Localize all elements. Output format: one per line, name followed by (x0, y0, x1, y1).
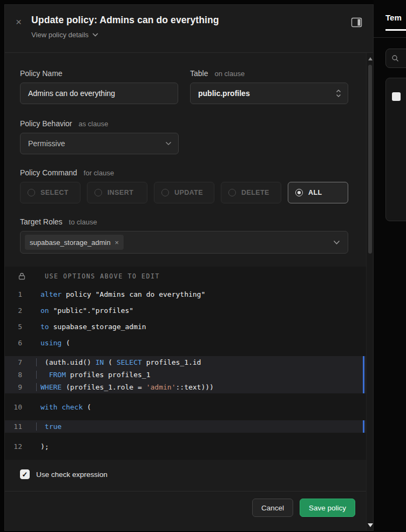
scroll-down-icon[interactable] (368, 523, 373, 527)
radio-icon (161, 189, 169, 196)
behavior-field-group: Policy Behavior as clause Permissive (20, 119, 348, 154)
behavior-select[interactable]: Permissive (20, 133, 179, 154)
scroll-up-icon[interactable] (368, 57, 373, 60)
table-label: Table (190, 69, 208, 78)
command-option-update[interactable]: UPDATE (154, 182, 214, 203)
editor-notice-text: USE OPTIONS ABOVE TO EDIT (31, 272, 160, 280)
radio-icon (28, 189, 35, 196)
table-hint: on clause (214, 70, 245, 78)
save-policy-button[interactable]: Save policy (300, 499, 355, 517)
search-icon (391, 54, 399, 62)
radio-icon (295, 189, 303, 196)
target-roles-select[interactable]: supabase_storage_admin× (20, 231, 348, 254)
editor-notice-row: USE OPTIONS ABOVE TO EDIT (5, 267, 366, 286)
line-number: 9 (5, 383, 26, 391)
use-check-expression-label: Use check expression (36, 470, 107, 479)
command-option-delete[interactable]: DELETE (221, 182, 281, 203)
screen: × Update policy: Admins can do everythin… (0, 0, 406, 532)
remove-role-icon[interactable]: × (115, 238, 119, 247)
code-line-8[interactable]: 8 FROM profiles profiles_1 (5, 369, 366, 381)
code-text: on "public"."profiles" (26, 306, 366, 315)
target-roles-hint: to clause (69, 218, 97, 226)
check-expression-row: ✓ Use check expression (5, 460, 366, 479)
view-policy-details-link[interactable]: View policy details (31, 31, 341, 39)
line-number: 6 (5, 339, 26, 347)
templates-search-input[interactable] (385, 49, 406, 68)
view-policy-details-label: View policy details (31, 31, 89, 39)
role-tag-label: supabase_storage_admin (30, 238, 111, 247)
lock-icon (18, 272, 25, 280)
policy-command-group: SELECTINSERTUPDATEDELETEALL (20, 182, 348, 203)
side-panel-toggle-icon[interactable] (351, 17, 362, 30)
code-text: with check ( (26, 403, 366, 411)
modal-footer: Cancel Save policy (5, 491, 366, 524)
table-select-value: public.profiles (198, 89, 250, 98)
modal-title: Update policy: Admins can do everything (31, 15, 341, 26)
behavior-select-value: Permissive (28, 139, 65, 148)
code-text: alter policy "Admins can do everything" (26, 290, 366, 298)
line-number: 10 (5, 403, 26, 411)
role-tags: supabase_storage_admin× (25, 235, 124, 250)
radio-label: UPDATE (174, 189, 203, 196)
modal-body: Policy Name Admins can do everything Tab… (5, 53, 373, 530)
policy-form: Policy Name Admins can do everything Tab… (5, 53, 366, 267)
radio-label: DELETE (241, 189, 269, 196)
updown-chevron-icon (336, 89, 341, 98)
command-label: Policy Command (20, 168, 77, 177)
modal-header: × Update policy: Admins can do everythin… (5, 5, 373, 53)
code-line-9[interactable]: 9WHERE (profiles_1.role = 'admin'::text)… (5, 381, 366, 393)
line-number: 8 (5, 371, 26, 379)
radio-label: ALL (308, 189, 322, 196)
radio-label: INSERT (107, 189, 133, 196)
radio-icon (228, 189, 236, 196)
behavior-hint: as clause (79, 120, 109, 128)
policy-name-label: Policy Name (20, 69, 63, 78)
scrollbar-thumb[interactable] (368, 65, 372, 254)
code-line-1: 1alter policy "Admins can do everything" (5, 286, 366, 302)
active-tab-indicator (385, 29, 406, 31)
target-roles-label: Target Roles (20, 217, 63, 226)
title-block: Update policy: Admins can do everything … (31, 15, 341, 39)
templates-side-panel: Tem (374, 0, 406, 532)
line-number: 12 (5, 442, 26, 451)
role-tag: supabase_storage_admin× (25, 235, 124, 250)
behavior-label: Policy Behavior (20, 119, 72, 128)
code-lines: 1alter policy "Admins can do everything"… (5, 286, 366, 454)
command-field-group: Policy Command for clause SELECTINSERTUP… (20, 168, 348, 203)
chevron-down-icon (165, 141, 172, 146)
command-option-insert[interactable]: INSERT (87, 182, 147, 203)
close-icon[interactable]: × (16, 16, 22, 28)
code-line-5: 5to supabase_storage_admin (5, 318, 366, 335)
code-line-11[interactable]: 11 true (5, 420, 366, 433)
table-field-group: Table on clause public.profiles (190, 69, 348, 104)
code-text: ); (26, 442, 366, 451)
cancel-button[interactable]: Cancel (252, 499, 293, 517)
side-panel-tabbar: Tem (374, 0, 406, 38)
use-check-expression-checkbox[interactable]: ✓ (20, 469, 30, 479)
code-line-6: 6using ( (5, 335, 366, 351)
policy-name-value: Admins can do everything (28, 89, 115, 98)
policy-name-input[interactable]: Admins can do everything (20, 83, 178, 104)
line-number: 2 (5, 306, 26, 315)
line-number: 1 (5, 290, 26, 298)
code-text: FROM profiles profiles_1 (26, 371, 366, 379)
sql-editor: USE OPTIONS ABOVE TO EDIT 1alter policy … (5, 267, 366, 460)
command-hint: for clause (84, 169, 114, 177)
code-text: (auth.uid() IN ( SELECT profiles_1.id (26, 358, 366, 366)
scrollbar[interactable] (366, 53, 373, 530)
command-option-all[interactable]: ALL (288, 182, 348, 203)
radio-label: SELECT (40, 189, 69, 196)
template-card[interactable] (385, 78, 406, 221)
command-option-select[interactable]: SELECT (20, 182, 80, 203)
code-text: true (26, 422, 366, 431)
tab-templates[interactable]: Tem (385, 13, 402, 22)
line-number: 7 (5, 358, 26, 366)
code-line-2: 2on "public"."profiles" (5, 302, 366, 318)
code-text: using ( (26, 339, 366, 347)
code-line-7[interactable]: 7 (auth.uid() IN ( SELECT profiles_1.id (5, 356, 366, 369)
code-text: to supabase_storage_admin (26, 323, 366, 331)
table-select[interactable]: public.profiles (190, 83, 348, 104)
line-number: 5 (5, 323, 26, 331)
target-roles-field-group: Target Roles to clause supabase_storage_… (20, 217, 348, 254)
chevron-down-icon (92, 33, 98, 37)
